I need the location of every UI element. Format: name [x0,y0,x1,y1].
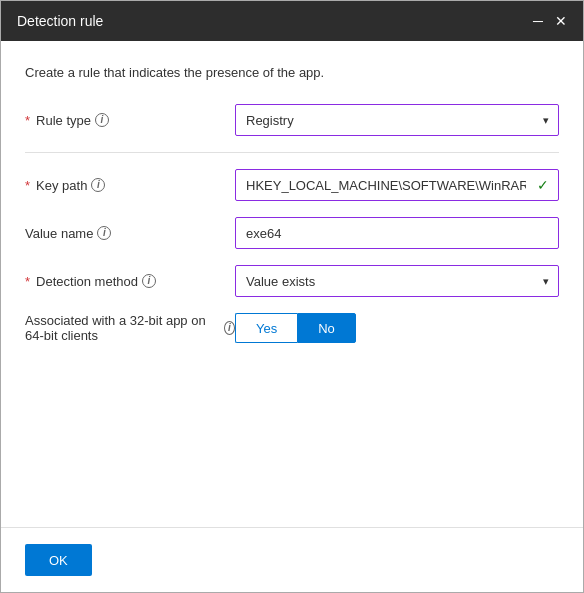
value-name-label: Value name i [25,226,235,241]
rule-type-select[interactable]: Registry MSI File system Script [235,104,559,136]
associated-32bit-label: Associated with a 32-bit app on 64-bit c… [25,313,235,343]
required-star: * [25,113,30,128]
rule-type-label-text: Rule type [36,113,91,128]
dialog-content: Create a rule that indicates the presenc… [1,41,583,527]
value-name-row: Value name i [25,217,559,249]
associated-32bit-row: Associated with a 32-bit app on 64-bit c… [25,313,559,343]
title-bar-controls: ─ ✕ [533,14,567,28]
detection-method-select[interactable]: Value exists Does not exist String compa… [235,265,559,297]
rule-type-label: * Rule type i [25,113,235,128]
dialog-title: Detection rule [17,13,103,29]
key-path-label-text: Key path [36,178,87,193]
ok-button[interactable]: OK [25,544,92,576]
title-bar: Detection rule ─ ✕ [1,1,583,41]
key-path-required-star: * [25,178,30,193]
detection-method-required-star: * [25,274,30,289]
rule-type-select-wrapper: Registry MSI File system Script ▾ [235,104,559,136]
dialog-description: Create a rule that indicates the presenc… [25,65,559,80]
detection-method-control: Value exists Does not exist String compa… [235,265,559,297]
value-name-input-wrapper [235,217,559,249]
key-path-label: * Key path i [25,178,235,193]
detection-method-label: * Detection method i [25,274,235,289]
minimize-button[interactable]: ─ [533,14,543,28]
associated-32bit-label-text: Associated with a 32-bit app on 64-bit c… [25,313,220,343]
detection-method-select-wrapper: Value exists Does not exist String compa… [235,265,559,297]
value-name-label-text: Value name [25,226,93,241]
associated-32bit-info-icon[interactable]: i [224,321,235,335]
detection-rule-dialog: Detection rule ─ ✕ Create a rule that in… [0,0,584,593]
yes-button[interactable]: Yes [235,313,297,343]
key-path-input-wrapper: ✓ [235,169,559,201]
value-name-info-icon[interactable]: i [97,226,111,240]
no-button[interactable]: No [297,313,356,343]
form-section: * Rule type i Registry MSI File system S… [25,104,559,511]
close-button[interactable]: ✕ [555,14,567,28]
key-path-row: * Key path i ✓ [25,169,559,201]
yes-no-toggle: Yes No [235,313,559,343]
rule-type-row: * Rule type i Registry MSI File system S… [25,104,559,136]
rule-type-info-icon[interactable]: i [95,113,109,127]
key-path-check-icon: ✓ [537,177,549,193]
key-path-input[interactable] [235,169,559,201]
value-name-control [235,217,559,249]
dialog-footer: OK [1,527,583,592]
detection-method-row: * Detection method i Value exists Does n… [25,265,559,297]
detection-method-label-text: Detection method [36,274,138,289]
key-path-info-icon[interactable]: i [91,178,105,192]
associated-32bit-control: Yes No [235,313,559,343]
value-name-input[interactable] [235,217,559,249]
divider-1 [25,152,559,153]
key-path-control: ✓ [235,169,559,201]
detection-method-info-icon[interactable]: i [142,274,156,288]
rule-type-control: Registry MSI File system Script ▾ [235,104,559,136]
